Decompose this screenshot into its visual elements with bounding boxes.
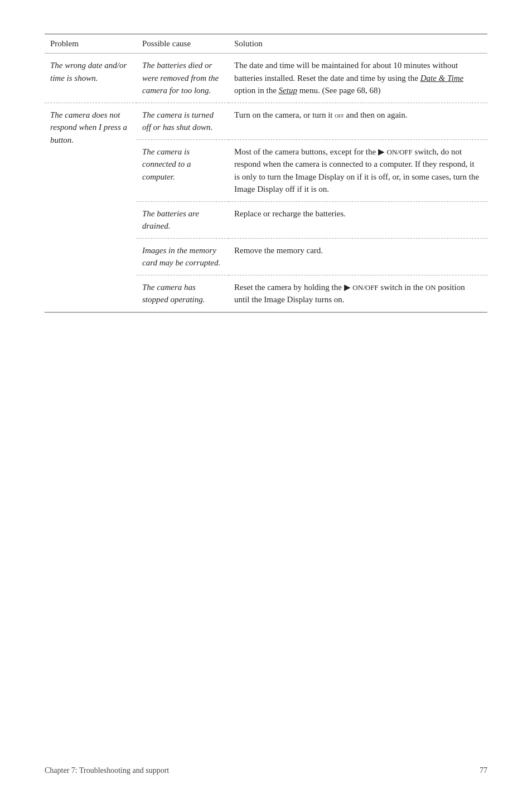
date-time-ref: Date & Time	[420, 74, 464, 83]
solution-cell-4: Replace or recharge the batteries.	[229, 201, 487, 238]
page-container: Problem Possible cause Solution The wron…	[0, 0, 532, 803]
problem-cell-2: The camera does not respond when I press…	[45, 103, 137, 312]
cause-cell-6: The camera has stopped operating.	[137, 275, 229, 312]
solution-cell-3: Most of the camera buttons, except for t…	[229, 139, 487, 201]
page-footer: Chapter 7: Troubleshooting and support 7…	[45, 766, 487, 775]
cause-cell-4: The batteries are drained.	[137, 201, 229, 238]
cause-cell-1: The batteries died or were removed from …	[137, 54, 229, 103]
chapter-label: Chapter 7: Troubleshooting and support	[45, 766, 169, 775]
table-row: The wrong date and/or time is shown. The…	[45, 54, 487, 103]
solution-cell-2: Turn on the camera, or turn it off and t…	[229, 103, 487, 139]
solution-cell-5: Remove the memory card.	[229, 238, 487, 275]
cause-cell-2: The camera is turned off or has shut dow…	[137, 103, 229, 139]
setup-ref: Setup	[279, 86, 297, 95]
solution-cell-6: Reset the camera by holding the ▶ ON/OFF…	[229, 275, 487, 312]
table-row: The camera does not respond when I press…	[45, 103, 487, 139]
page-number: 77	[480, 766, 487, 775]
problem-cell-1: The wrong date and/or time is shown.	[45, 54, 137, 103]
solution-cell-1: The date and time will be maintained for…	[229, 54, 487, 103]
header-solution: Solution	[229, 34, 487, 54]
table-header-row: Problem Possible cause Solution	[45, 34, 487, 54]
on-ref: ON	[425, 283, 436, 292]
cause-cell-5: Images in the memory card may be corrupt…	[137, 238, 229, 275]
troubleshooting-table: Problem Possible cause Solution The wron…	[45, 33, 487, 313]
off-text: off	[335, 111, 344, 119]
header-problem: Problem	[45, 34, 137, 54]
cause-cell-3: The camera is connected to a computer.	[137, 139, 229, 201]
onoff-ref-2: ON/OFF	[352, 283, 378, 292]
header-cause: Possible cause	[137, 34, 229, 54]
onoff-ref-1: ON/OFF	[387, 148, 413, 156]
